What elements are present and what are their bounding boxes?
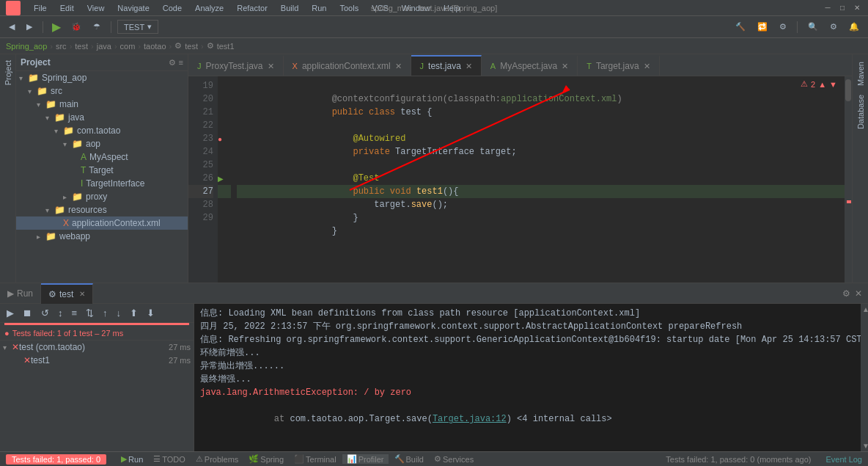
navigate-prev-icon[interactable]: ⬆	[128, 307, 140, 319]
tree-webapp[interactable]: ▸ 📁 webapp	[16, 230, 188, 243]
tab-proxytest[interactable]: J ProxyTest.java ✕	[188, 55, 284, 76]
sidebar-gear-icon[interactable]: ⚙	[169, 58, 176, 68]
sidebar-settings-icon[interactable]: ≡	[179, 58, 183, 67]
nav-down-icon[interactable]: ▼	[829, 80, 837, 89]
settings-button[interactable]: ⚙	[775, 21, 791, 33]
scroll-down-icon[interactable]: ▼	[862, 442, 867, 450]
nav-up-icon[interactable]: ▲	[818, 80, 826, 89]
expand-all-button[interactable]: ⇅	[84, 307, 96, 319]
tree-myaspect[interactable]: A MyAspect	[16, 150, 188, 164]
filter-button[interactable]: ≡	[70, 307, 80, 319]
code-editor[interactable]: 19 20 21 22 23 24 25 26 27 28 29	[188, 76, 852, 283]
bottom-tab-run[interactable]: ▶ Run	[0, 283, 41, 304]
tab-close-icon[interactable]: ✕	[79, 290, 85, 298]
tree-com-taotao[interactable]: ▾ 📁 com.taotao	[16, 124, 188, 137]
menu-refactor[interactable]: Refactor	[234, 3, 271, 13]
rerun-failed-button[interactable]: ↺	[39, 307, 51, 319]
bc-com[interactable]: com	[120, 42, 136, 51]
scroll-up-icon[interactable]: ▲	[862, 305, 867, 313]
footer-tab-services[interactable]: ⚙ Services	[430, 454, 478, 464]
settings-icon[interactable]: ⚙	[842, 288, 850, 299]
run-gutter-icon[interactable]: ▶	[218, 175, 224, 183]
rerun-button[interactable]: ▶	[4, 307, 16, 319]
menu-navigate[interactable]: Navigate	[114, 3, 152, 13]
bc-src[interactable]: src	[56, 42, 67, 51]
sort-button[interactable]: ↕	[56, 307, 65, 319]
tab-close-icon[interactable]: ✕	[562, 62, 568, 71]
tree-target[interactable]: T Target	[16, 164, 188, 177]
tab-myaspect[interactable]: A MyAspect.java ✕	[482, 55, 578, 76]
sync-button[interactable]: 🔁	[753, 21, 772, 33]
tab-close-icon[interactable]: ✕	[644, 62, 650, 71]
event-log-link[interactable]: Event Log	[825, 455, 862, 464]
tree-aop[interactable]: ▾ 📁 aop	[16, 137, 188, 150]
menu-tools[interactable]: Tools	[336, 3, 361, 13]
maximize-button[interactable]: □	[837, 3, 847, 13]
tree-resources[interactable]: ▾ 📁 resources	[16, 203, 188, 216]
settings-gear-button[interactable]: ⚙	[825, 21, 842, 33]
footer-tab-problems[interactable]: ⚠ Problems	[191, 454, 243, 464]
tab-target[interactable]: T Target.java ✕	[578, 55, 659, 76]
export-button[interactable]: ↓	[114, 307, 124, 319]
menu-file[interactable]: File	[31, 3, 50, 13]
window-controls[interactable]: ─ □ ✕	[823, 3, 862, 13]
tree-targetinterface[interactable]: I TargetInterface	[16, 177, 188, 190]
tab-test[interactable]: J test.java ✕	[411, 55, 482, 76]
coverage-button[interactable]: ☂	[89, 21, 105, 33]
close-panel-icon[interactable]: ✕	[855, 288, 862, 299]
bc-test1[interactable]: test1	[217, 42, 235, 51]
bottom-tab-test[interactable]: ⚙ test ✕	[41, 283, 93, 304]
bc-gear-icon[interactable]: ⚙	[174, 41, 182, 51]
navigate-next-icon[interactable]: ⬇	[144, 307, 157, 319]
close-button[interactable]: ✕	[852, 3, 862, 13]
tab-close-icon[interactable]: ✕	[395, 62, 402, 71]
menu-run[interactable]: Run	[309, 3, 329, 13]
project-tab-label[interactable]: Project	[4, 57, 12, 88]
debug-button[interactable]: 🐞	[67, 21, 86, 33]
forward-button[interactable]: ▶	[22, 21, 37, 33]
tree-src[interactable]: ▾ 📁 src	[16, 84, 188, 98]
footer-tab-spring[interactable]: 🌿 Spring	[244, 454, 288, 464]
minimize-button[interactable]: ─	[823, 3, 833, 13]
bc-test[interactable]: test	[75, 42, 88, 51]
maven-tab[interactable]: Maven	[855, 57, 867, 90]
bc-java[interactable]: java	[97, 42, 111, 51]
tree-main[interactable]: ▾ 📁 main	[16, 98, 188, 111]
stop-button[interactable]: ⏹	[21, 307, 34, 319]
stack-link[interactable]: Target.java:12	[433, 414, 507, 424]
tab-appcontext[interactable]: X applicationContext.xml ✕	[284, 55, 411, 76]
test-configuration[interactable]: TEST ▾	[117, 20, 158, 34]
bc-test-class[interactable]: test	[185, 42, 198, 51]
footer-tab-terminal[interactable]: ⬛ Terminal	[290, 454, 341, 464]
tab-close-icon[interactable]: ✕	[466, 62, 472, 71]
test-group-item[interactable]: ▾ ✕ test (com.taotao) 27 ms	[0, 341, 194, 354]
gutter-run[interactable]: ▶	[218, 172, 231, 185]
bc-taotao[interactable]: taotao	[144, 42, 166, 51]
test-method-item[interactable]: ✕ test1 27 ms	[0, 354, 194, 367]
tab-close-icon[interactable]: ✕	[268, 62, 274, 71]
build-button[interactable]: 🔨	[731, 21, 750, 33]
tree-java[interactable]: ▾ 📁 java	[16, 111, 188, 124]
search-everywhere-button[interactable]: 🔍	[803, 21, 823, 33]
collapse-all-button[interactable]: ↑	[100, 307, 110, 319]
menu-edit[interactable]: Edit	[57, 3, 77, 13]
back-button[interactable]: ◀	[4, 21, 19, 33]
tree-proxy[interactable]: ▸ 📁 proxy	[16, 190, 188, 203]
bc-spring-aop[interactable]: Spring_aop	[6, 42, 47, 51]
source-code[interactable]: @contextconfiguration(classpath:applicat…	[231, 76, 852, 283]
run-button[interactable]: ▶	[49, 20, 64, 34]
editor-scrollbar[interactable]	[845, 76, 852, 283]
menu-build[interactable]: Build	[278, 3, 301, 13]
footer-tab-run[interactable]: ▶ Run	[117, 454, 147, 464]
tree-appcontext[interactable]: X applicationContext.xml	[16, 216, 188, 230]
notifications-button[interactable]: 🔔	[845, 21, 864, 33]
menu-view[interactable]: View	[84, 3, 108, 13]
footer-tab-build[interactable]: 🔨 Build	[390, 454, 428, 464]
footer-tab-profiler[interactable]: 📊 Profiler	[342, 454, 389, 464]
database-tab[interactable]: Database	[855, 90, 867, 134]
menu-code[interactable]: Code	[160, 3, 185, 13]
tree-spring-aop[interactable]: ▾ 📁 Spring_aop	[16, 71, 188, 84]
output-scrollbar[interactable]: ▲ ▼	[861, 304, 868, 451]
menu-analyze[interactable]: Analyze	[192, 3, 227, 13]
footer-tab-todo[interactable]: ☰ TODO	[149, 454, 190, 464]
